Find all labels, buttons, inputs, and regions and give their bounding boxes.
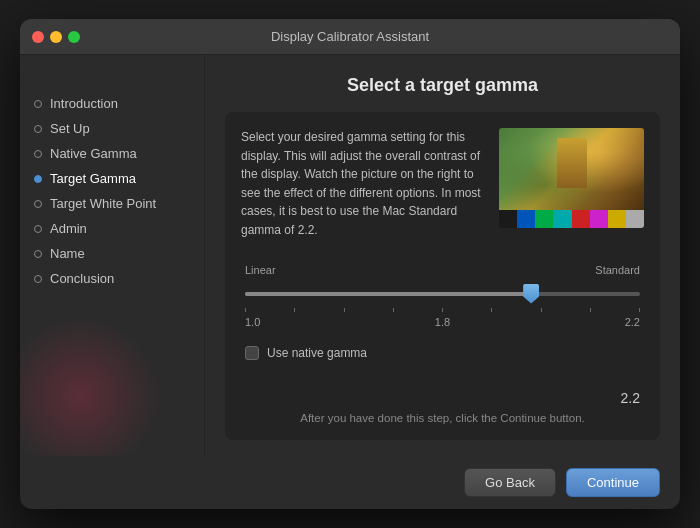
slider-thumb[interactable] [523, 284, 539, 304]
tick-4 [393, 308, 394, 312]
application-window: Display Calibrator Assistant Introductio… [20, 19, 680, 509]
sidebar-page-title [20, 75, 205, 91]
sidebar-decoration [20, 316, 160, 456]
colorbar-red [572, 210, 590, 228]
nav-dot-native-gamma [34, 150, 42, 158]
slider-value-min: 1.0 [245, 316, 260, 328]
nav-label-admin: Admin [50, 221, 87, 236]
tick-2 [294, 308, 295, 312]
sidebar-item-target-white-point[interactable]: Target White Point [20, 191, 205, 216]
content-box: Select your desired gamma setting for th… [225, 112, 660, 440]
description-text: Select your desired gamma setting for th… [241, 128, 485, 240]
slider-value-max: 2.2 [625, 316, 640, 328]
sidebar-item-conclusion[interactable]: Conclusion [20, 266, 205, 291]
preview-colorbar [499, 210, 644, 228]
colorbar-blue [517, 210, 535, 228]
slider-value-mid: 1.8 [435, 316, 450, 328]
nav-dot-setup [34, 125, 42, 133]
bottom-bar: Go Back Continue [20, 456, 680, 509]
colorbar-white [626, 210, 644, 228]
go-back-button[interactable]: Go Back [464, 468, 556, 497]
preview-photo [499, 128, 644, 210]
nav-label-native-gamma: Native Gamma [50, 146, 137, 161]
sidebar-item-target-gamma[interactable]: Target Gamma [20, 166, 205, 191]
slider-track[interactable] [245, 292, 640, 296]
slider-label-standard: Standard [595, 264, 640, 276]
nav-label-conclusion: Conclusion [50, 271, 114, 286]
slider-top-labels: Linear Standard [241, 264, 644, 276]
content-area: Introduction Set Up Native Gamma Target … [20, 55, 680, 456]
slider-track-wrapper[interactable] [241, 282, 644, 306]
sidebar-item-admin[interactable]: Admin [20, 216, 205, 241]
colorbar-green [535, 210, 553, 228]
top-section: Select your desired gamma setting for th… [241, 128, 644, 240]
close-button[interactable] [32, 31, 44, 43]
window-title: Display Calibrator Assistant [271, 29, 429, 44]
colorbar-cyan [553, 210, 571, 228]
hint-text: After you have done this step, click the… [241, 412, 644, 424]
sidebar-item-native-gamma[interactable]: Native Gamma [20, 141, 205, 166]
slider-track-fill [245, 292, 529, 296]
nav-label-introduction: Introduction [50, 96, 118, 111]
tick-1 [245, 308, 246, 312]
tick-9 [639, 308, 640, 312]
minimize-button[interactable] [50, 31, 62, 43]
sidebar-item-name[interactable]: Name [20, 241, 205, 266]
tick-7 [541, 308, 542, 312]
tick-3 [344, 308, 345, 312]
preview-image [499, 128, 644, 228]
slider-label-linear: Linear [245, 264, 276, 276]
colorbar-yellow [608, 210, 626, 228]
gamma-slider-section: Linear Standard [241, 260, 644, 336]
nav-dot-target-gamma [34, 175, 42, 183]
native-gamma-label: Use native gamma [267, 346, 367, 360]
continue-button[interactable]: Continue [566, 468, 660, 497]
slider-numbers: 1.0 1.8 2.2 [241, 312, 644, 328]
colorbar-magenta [590, 210, 608, 228]
nav-dot-name [34, 250, 42, 258]
tick-5 [442, 308, 443, 312]
panel-title: Select a target gamma [225, 75, 660, 96]
tick-8 [590, 308, 591, 312]
colorbar-black [499, 210, 517, 228]
current-value-display: 2.2 [241, 390, 644, 406]
sidebar-item-introduction[interactable]: Introduction [20, 91, 205, 116]
nav-label-target-white-point: Target White Point [50, 196, 156, 211]
nav-dot-target-white-point [34, 200, 42, 208]
native-gamma-checkbox[interactable] [245, 346, 259, 360]
nav-dot-introduction [34, 100, 42, 108]
native-gamma-row[interactable]: Use native gamma [241, 336, 644, 366]
sidebar: Introduction Set Up Native Gamma Target … [20, 55, 205, 456]
flex-spacer [241, 366, 644, 390]
nav-label-name: Name [50, 246, 85, 261]
nav-label-setup: Set Up [50, 121, 90, 136]
main-panel: Select a target gamma Select your desire… [205, 55, 680, 456]
sidebar-item-setup[interactable]: Set Up [20, 116, 205, 141]
nav-dot-admin [34, 225, 42, 233]
nav-dot-conclusion [34, 275, 42, 283]
nav-label-target-gamma: Target Gamma [50, 171, 136, 186]
maximize-button[interactable] [68, 31, 80, 43]
traffic-lights [32, 31, 80, 43]
titlebar: Display Calibrator Assistant [20, 19, 680, 55]
tick-6 [491, 308, 492, 312]
